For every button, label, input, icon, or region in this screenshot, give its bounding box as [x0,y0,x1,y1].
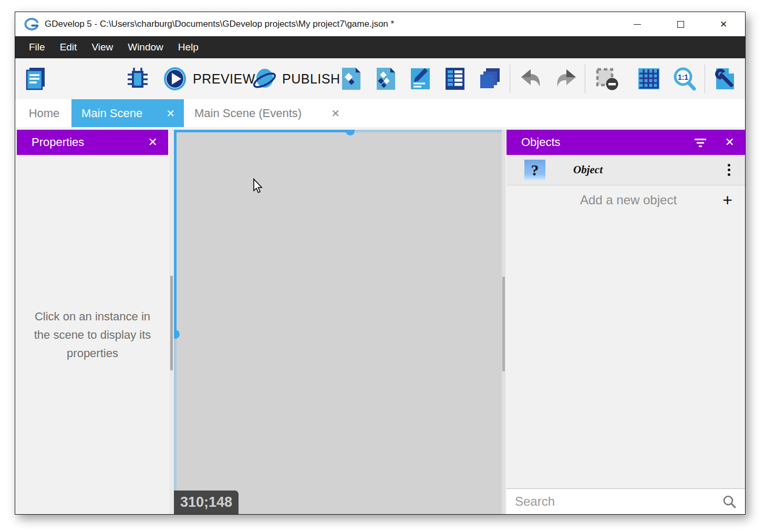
toggle-grid-button[interactable] [636,66,662,92]
events-sheet-icon [442,66,468,91]
toolbar-separator [510,65,510,93]
debugger-button[interactable] [125,66,151,92]
menu-view[interactable]: View [84,36,120,58]
main-area: Properties ✕ Click on an instance in the… [15,127,745,514]
preview-button[interactable] [162,66,188,92]
open-layers-button[interactable] [477,66,503,92]
search-input[interactable] [515,494,722,509]
grid-icon [636,66,661,91]
redo-icon [554,66,579,91]
toggle-mask-button[interactable] [594,66,620,92]
menu-window[interactable]: Window [120,36,171,58]
preview-play-icon [162,66,188,91]
cursor-coordinates-badge: 310;148 [174,491,239,514]
tab-label: Main Scene (Events) [194,107,326,120]
menubar: File Edit View Window Help [15,36,745,58]
game-window-border-left [174,130,177,334]
properties-panel-header: Properties ✕ [17,130,168,155]
game-window-border-top [350,130,502,132]
tab-main-scene[interactable]: Main Scene ✕ [71,99,184,127]
object-name: Object [573,163,726,176]
minimize-button[interactable] [616,12,659,36]
properties-panel-title: Properties [32,135,148,149]
properties-close-icon[interactable]: ✕ [148,135,158,149]
publish-button[interactable] [251,66,277,92]
properties-panel: Properties ✕ Click on an instance in the… [17,130,168,514]
tab-close-icon[interactable]: ✕ [326,107,340,120]
scene-canvas[interactable]: 310;148 [169,130,505,514]
properties-panel-body: Click on an instance in the scene to dis… [17,155,168,514]
cursor-coordinates: 310;148 [180,494,232,510]
layers-icon [478,66,503,91]
objects-panel-title: Objects [521,135,694,149]
close-icon: ✕ [720,19,727,30]
window-title: GDevelop 5 - C:\Users\charburg\Documents… [45,19,394,29]
objects-list-empty-space [506,215,745,488]
zoom-one-to-one-icon: 1:1 [672,66,697,91]
publish-label[interactable]: PUBLISH [282,58,340,99]
add-object-row[interactable]: Add a new object + [506,185,745,215]
edit-object-groups-button[interactable] [373,66,399,92]
scrollbar-thumb[interactable] [170,276,173,370]
close-button[interactable]: ✕ [702,12,745,36]
gdevelop-window: GDevelop 5 - C:\Users\charburg\Documents… [15,12,746,515]
filter-icon[interactable] [694,137,707,148]
tab-label: Home [29,107,60,120]
menu-edit[interactable]: Edit [53,36,85,58]
svg-text:1:1: 1:1 [678,73,688,81]
tab-home[interactable]: Home [17,99,71,127]
object-thumbnail-icon: ? [524,160,545,181]
object-list-item[interactable]: ? Object [506,155,745,185]
maximize-button[interactable] [659,12,702,36]
edit-objects-button[interactable] [338,66,364,92]
properties-empty-message: Click on an instance in the scene to dis… [25,307,160,514]
titlebar: GDevelop 5 - C:\Users\charburg\Documents… [15,12,745,36]
game-window-border-top [174,130,350,132]
scene-objects-icon [338,66,364,91]
game-window-border-left [174,334,177,514]
objects-search-bar [506,488,745,514]
mouse-cursor [251,178,264,194]
undo-icon [518,66,543,91]
toolbar: PREVIEW PUBLISH [15,58,745,99]
zoom-original-button[interactable]: 1:1 [671,66,698,92]
object-options-kebab-icon[interactable] [726,162,732,178]
redo-button[interactable] [553,66,580,92]
project-manager-icon [23,66,48,91]
menu-help[interactable]: Help [171,36,206,58]
tabbar: Home Main Scene ✕ Main Scene (Events) ✕ [15,99,745,127]
edit-scene-properties-button[interactable] [407,66,433,92]
scene-settings-button[interactable] [712,66,738,92]
resize-handle-top[interactable] [346,130,355,135]
open-events-button[interactable] [442,66,468,92]
toolbar-separator [705,65,705,93]
object-groups-icon [373,66,398,91]
scene-properties-icon [408,66,433,91]
tab-label: Main Scene [81,107,161,120]
search-icon[interactable] [722,494,737,509]
plus-icon[interactable]: + [711,191,732,210]
toolbar-separator [585,65,585,93]
objects-close-icon[interactable]: ✕ [725,135,735,149]
project-manager-button[interactable] [23,66,49,92]
menu-file[interactable]: File [22,36,53,58]
publish-globe-icon [252,66,277,91]
minimize-icon [634,24,641,25]
canvas-scrollbar-left[interactable] [169,130,174,514]
add-object-label: Add a new object [524,193,711,207]
canvas-scrollbar-right[interactable] [502,130,505,514]
tab-main-scene-events[interactable]: Main Scene (Events) ✕ [184,99,349,127]
objects-panel-header: Objects ✕ [506,130,745,155]
tab-close-icon[interactable]: ✕ [161,107,175,120]
scrollbar-thumb[interactable] [502,277,505,371]
undo-button[interactable] [518,66,544,92]
gdevelop-logo-icon [24,16,39,32]
mask-remove-icon [594,66,619,91]
objects-panel: Objects ✕ ? Object Add a new object + [506,130,745,514]
preview-label[interactable]: PREVIEW [193,58,255,99]
debugger-icon [125,66,150,91]
wrench-icon [712,66,738,91]
maximize-icon [677,21,684,28]
question-mark-icon: ? [531,161,539,179]
